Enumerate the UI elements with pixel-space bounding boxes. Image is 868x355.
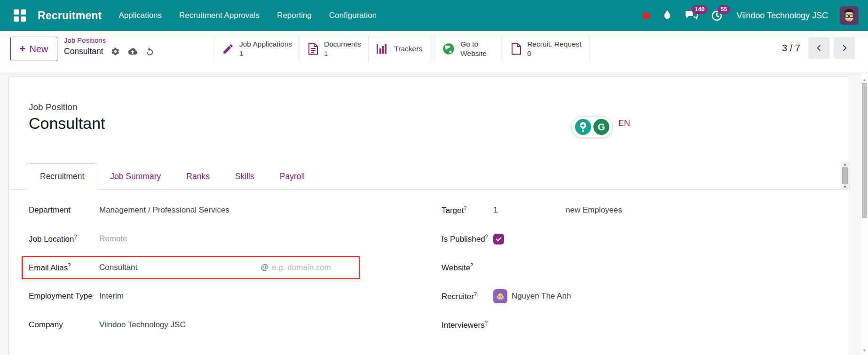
messages-icon[interactable]: 140 [685, 9, 699, 22]
help-marker: ? [68, 262, 71, 268]
stat-value: 1 [324, 49, 361, 58]
menu-reporting[interactable]: Reporting [277, 11, 312, 20]
content-area: Job Position Consultant G EN Recruitment… [0, 73, 868, 355]
new-button[interactable]: + New [10, 37, 57, 61]
is-published-label: Is Published? [442, 234, 493, 244]
record-name-title: Consultant [29, 114, 105, 133]
form-sheet: Job Position Consultant G EN Recruitment… [8, 76, 850, 355]
stat-button-documents[interactable]: Documents 1 [300, 35, 369, 63]
menu-recruitment-approvals[interactable]: Recruitment Approvals [179, 11, 260, 20]
department-value[interactable]: Management / Professional Services [99, 205, 229, 215]
field-row-is-published: Is Published? [442, 229, 752, 249]
pager-previous-button[interactable] [808, 37, 829, 59]
field-row-employment-type: Employment Type Interim [23, 286, 359, 307]
menu-configuration[interactable]: Configuration [329, 11, 377, 20]
notebook-tabs: Recruitment Job Summary Ranks Skills Pay… [9, 163, 850, 190]
checkmark-icon [495, 236, 502, 243]
field-row-company: Company Viindoo Technology JSC [23, 315, 359, 335]
stat-button-recruit-request[interactable]: Recruit. Request 0 [503, 35, 589, 63]
field-row-target: Target? 1 new Employees [442, 200, 752, 221]
form-column-left: Department Management / Professional Ser… [23, 200, 359, 343]
employment-type-select[interactable]: Interim [99, 292, 124, 301]
page-scrollbar[interactable]: ▲ ▼ [860, 73, 868, 355]
help-marker: ? [474, 291, 477, 297]
interviewers-label: Interviewers? [442, 320, 493, 330]
field-row-department: Department Management / Professional Ser… [23, 200, 359, 221]
field-row-website: Website? [442, 257, 752, 278]
plus-icon: + [20, 44, 26, 54]
recruiter-value[interactable]: Nguyen The Anh [512, 292, 571, 301]
is-published-checkbox[interactable] [493, 234, 504, 245]
activities-badge: 55 [718, 5, 731, 14]
company-switcher[interactable]: Viindoo Technology JSC [737, 11, 828, 21]
stat-button-group: Job Applications 1 Documents 1 Trackers [214, 35, 590, 63]
inner-scrollbar-thumb[interactable] [842, 167, 848, 184]
activities-clock-icon[interactable]: 55 [710, 9, 723, 22]
tab-recruitment[interactable]: Recruitment [27, 163, 97, 190]
stat-label: Documents [324, 39, 361, 49]
stat-value: 0 [527, 49, 581, 58]
language-switch[interactable]: EN [618, 118, 630, 128]
file-icon [511, 43, 522, 55]
tab-job-summary[interactable]: Job Summary [97, 163, 174, 189]
form-column-right: Target? 1 new Employees Is Published? We… [442, 200, 752, 343]
scroll-up-arrow-icon[interactable]: ▲ [861, 78, 868, 82]
scroll-down-arrow-icon[interactable]: ▼ [861, 348, 868, 353]
scroll-down-arrow-icon[interactable]: ▼ [843, 185, 847, 189]
recruiter-avatar[interactable] [493, 289, 507, 303]
grammarly-g-icon[interactable]: G [593, 119, 609, 135]
department-label: Department [29, 205, 99, 215]
globe-icon [442, 42, 455, 55]
breadcrumb-job-positions[interactable]: Job Positions [64, 36, 154, 45]
svg-text:G: G [598, 122, 605, 132]
messages-badge: 140 [692, 5, 708, 14]
topbar-right-cluster: 140 55 Viindoo Technology JSC [643, 6, 859, 25]
pager-counter: 3 / 7 [782, 43, 800, 54]
stat-label: Trackers [394, 44, 422, 54]
interviewers-input[interactable] [493, 319, 587, 331]
menu-applications[interactable]: Applications [118, 11, 162, 20]
stat-label: Job Applications [239, 39, 292, 49]
stat-label: Recruit. Request [527, 39, 581, 49]
company-value[interactable]: Viindoo Technology JSC [99, 320, 186, 330]
field-row-recruiter: Recruiter? Nguyen The Anh [442, 286, 752, 307]
pencil-icon [222, 43, 234, 55]
inner-scrollbar[interactable]: ▲ ▼ [840, 162, 850, 190]
help-marker: ? [470, 262, 473, 268]
field-row-job-location: Job Location? Remote [23, 229, 359, 249]
assistant-lightbulb-icon[interactable] [575, 119, 591, 135]
target-input[interactable]: 1 [493, 205, 566, 215]
page-scrollbar-thumb[interactable] [862, 83, 867, 218]
job-location-input[interactable]: Remote [99, 234, 127, 244]
document-icon [308, 43, 319, 55]
email-alias-local-input[interactable]: Consultant [99, 263, 260, 272]
apps-grid-icon[interactable] [13, 9, 26, 22]
record-type-label: Job Position [29, 102, 78, 112]
tab-ranks[interactable]: Ranks [174, 163, 222, 189]
undo-icon[interactable] [145, 47, 154, 56]
droplet-icon[interactable] [662, 9, 673, 22]
website-label: Website? [442, 262, 493, 273]
app-menu-recruitment[interactable]: Recruitment [38, 9, 102, 22]
stat-value: 1 [239, 49, 292, 58]
control-panel: + New Job Positions Consultant Job Appli… [0, 31, 868, 72]
target-label: Target? [442, 205, 493, 215]
user-avatar[interactable] [840, 6, 859, 25]
website-input[interactable] [493, 262, 587, 273]
gear-icon[interactable] [111, 47, 120, 56]
email-alias-label: Email Alias? [29, 262, 99, 273]
target-suffix: new Employees [566, 205, 622, 215]
scroll-up-arrow-icon[interactable]: ▲ [843, 163, 847, 166]
help-marker: ? [74, 234, 77, 239]
tab-skills[interactable]: Skills [222, 163, 267, 189]
help-marker: ? [485, 320, 488, 325]
stat-button-trackers[interactable]: Trackers [369, 35, 430, 63]
email-alias-domain-input[interactable]: e.g. domain.com [272, 263, 331, 272]
stat-button-job-applications[interactable]: Job Applications 1 [214, 35, 300, 63]
cloud-save-icon[interactable] [127, 47, 138, 56]
stat-button-go-to-website[interactable]: Go to Website [434, 35, 503, 63]
pager-next-button[interactable] [834, 37, 855, 59]
field-row-interviewers: Interviewers? [442, 315, 752, 335]
tab-payroll[interactable]: Payroll [267, 163, 318, 189]
recording-indicator-icon[interactable] [643, 12, 650, 19]
